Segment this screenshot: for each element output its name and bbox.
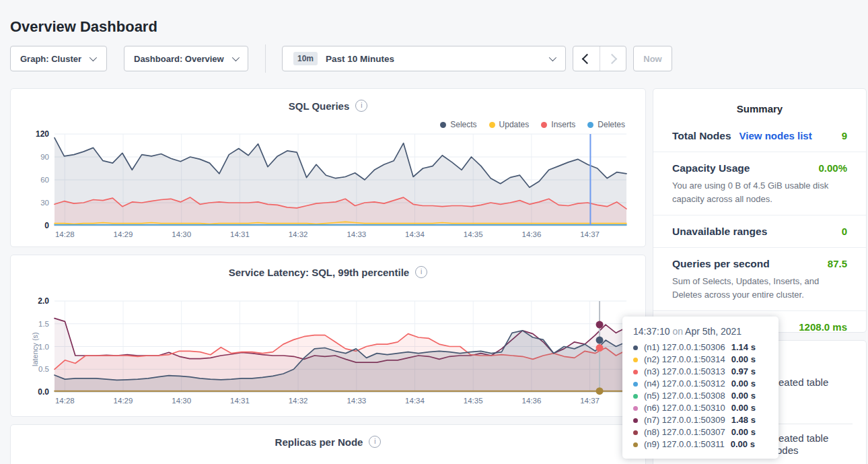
x-axis-tick: 14:32 bbox=[289, 397, 308, 405]
summary-value: 1208.0 ms bbox=[799, 321, 847, 333]
tooltip-on: on bbox=[672, 326, 683, 337]
chart-title: Service Latency: SQL, 99th percentile bbox=[229, 267, 409, 278]
x-axis-tick: 14:37 bbox=[580, 230, 600, 238]
sql-queries-card: SQL Queries i SelectsUpdatesInsertsDelet… bbox=[10, 88, 646, 247]
tooltip-row: (n2) 127.0.0.1:503140.00 s bbox=[633, 354, 769, 366]
tooltip-row: (n8) 127.0.0.1:503070.00 s bbox=[633, 426, 769, 438]
x-axis-tick: 14:33 bbox=[347, 397, 366, 405]
x-axis-tick: 14:33 bbox=[347, 230, 366, 238]
tooltip-row: (n7) 127.0.0.1:503091.48 s bbox=[633, 414, 769, 426]
y-axis-tick: 0.0 bbox=[38, 387, 49, 397]
x-axis-tick: 14:29 bbox=[114, 397, 133, 405]
x-axis-tick: 14:30 bbox=[172, 397, 191, 405]
dashboard-dropdown-label: Dashboard: Overview bbox=[134, 54, 224, 64]
event-text-fragment: eated table bbox=[779, 432, 828, 444]
x-axis-tick: 14:32 bbox=[289, 230, 308, 238]
summary-label: Total Nodes bbox=[672, 130, 731, 142]
chevron-down-icon bbox=[231, 54, 239, 61]
replicas-per-node-card: Replicas per Node i bbox=[10, 424, 646, 464]
now-button-label: Now bbox=[643, 54, 661, 64]
now-button[interactable]: Now bbox=[633, 46, 672, 71]
time-range-badge: 10m bbox=[293, 52, 318, 65]
graph-dropdown-label: Graph: Cluster bbox=[20, 54, 81, 64]
crosshair-dot bbox=[596, 387, 604, 395]
x-axis-tick: 14:31 bbox=[230, 397, 250, 405]
node-color-dot-icon bbox=[633, 406, 638, 411]
x-axis-tick: 14:28 bbox=[55, 230, 75, 238]
node-color-dot-icon bbox=[633, 345, 638, 350]
view-nodes-list-link[interactable]: View nodes list bbox=[739, 130, 812, 141]
tooltip-node-latency: 1.14 s bbox=[731, 341, 756, 354]
node-color-dot-icon bbox=[633, 394, 638, 399]
tooltip-node-latency: 0.00 s bbox=[731, 354, 756, 366]
tooltip-node-address: (n4) 127.0.0.1:50312 bbox=[644, 378, 725, 390]
tooltip-node-latency: 0.00 s bbox=[731, 378, 756, 390]
x-axis-tick: 14:34 bbox=[405, 230, 425, 238]
tooltip-node-latency: 0.00 s bbox=[731, 390, 756, 402]
sql-queries-chart[interactable]: 14:2814:2914:3014:3114:3214:3314:3414:35… bbox=[11, 127, 645, 245]
y-axis-tick: 0 bbox=[44, 221, 49, 230]
x-axis-tick: 14:35 bbox=[464, 230, 483, 238]
node-color-dot-icon bbox=[633, 382, 638, 387]
summary-label: Unavailable ranges bbox=[672, 226, 767, 238]
page-title: Overview Dashboard bbox=[10, 18, 157, 36]
crosshair-dot bbox=[596, 344, 604, 352]
summary-caption: You are using 0 B of 4.5 GiB usable disk… bbox=[672, 179, 847, 205]
x-axis-tick: 14:37 bbox=[580, 397, 600, 405]
chart-title: Replicas per Node bbox=[275, 436, 363, 448]
chart-hover-tooltip: 14:37:10 on Apr 5th, 2021 (n1) 127.0.0.1… bbox=[622, 317, 779, 459]
crosshair-dot bbox=[596, 321, 604, 329]
tooltip-rows: (n1) 127.0.0.1:503061.14 s(n2) 127.0.0.1… bbox=[633, 341, 769, 451]
tooltip-node-latency: 1.48 s bbox=[731, 414, 756, 426]
node-color-dot-icon bbox=[633, 418, 638, 423]
info-icon[interactable]: i bbox=[369, 436, 381, 448]
tooltip-row: (n1) 127.0.0.1:503061.14 s bbox=[633, 341, 769, 354]
tooltip-time: 14:37:10 bbox=[633, 326, 670, 337]
prev-time-button[interactable] bbox=[573, 46, 600, 71]
summary-value: 0.00% bbox=[818, 162, 847, 174]
chart-title: SQL Queries bbox=[289, 100, 350, 112]
service-latency-card: Service Latency: SQL, 99th percentile i … bbox=[10, 255, 646, 417]
next-time-button[interactable] bbox=[600, 46, 626, 71]
summary-label: Queries per second bbox=[672, 258, 770, 270]
x-axis-tick: 14:31 bbox=[230, 230, 250, 238]
summary-panel: Summary Total Nodes View nodes list 9 Ca… bbox=[653, 88, 867, 333]
summary-value: 87.5 bbox=[828, 258, 847, 269]
y-axis-tick: 1.0 bbox=[38, 343, 49, 351]
time-range-picker[interactable]: 10m Past 10 Minutes bbox=[282, 46, 566, 71]
tooltip-date: Apr 5th, 2021 bbox=[685, 326, 742, 337]
tooltip-row: (n4) 127.0.0.1:503120.00 s bbox=[633, 378, 769, 390]
y-axis-tick: 30 bbox=[40, 199, 49, 207]
info-icon[interactable]: i bbox=[415, 266, 427, 278]
x-axis-tick: 14:36 bbox=[522, 230, 542, 238]
tooltip-node-address: (n7) 127.0.0.1:50309 bbox=[644, 414, 725, 426]
time-range-label: Past 10 Minutes bbox=[326, 54, 394, 64]
y-axis-tick: 2.0 bbox=[38, 296, 49, 306]
tooltip-node-address: (n2) 127.0.0.1:50314 bbox=[644, 354, 725, 366]
summary-row-queries-per-second: Queries per second 87.5 Sum of Selects, … bbox=[653, 247, 866, 310]
tooltip-node-latency: 0.97 s bbox=[731, 366, 756, 378]
info-icon[interactable]: i bbox=[355, 100, 367, 112]
x-axis-tick: 14:29 bbox=[114, 230, 133, 238]
summary-row-unavailable-ranges: Unavailable ranges 0 bbox=[653, 215, 866, 247]
graph-dropdown[interactable]: Graph: Cluster bbox=[10, 46, 107, 71]
service-latency-chart[interactable]: 14:2814:2914:3014:3114:3214:3314:3414:35… bbox=[11, 293, 645, 411]
event-text-fragment: eated table bbox=[779, 376, 828, 388]
dashboard-dropdown[interactable]: Dashboard: Overview bbox=[124, 46, 248, 71]
y-axis-tick: 1.5 bbox=[38, 320, 49, 328]
summary-value: 9 bbox=[842, 130, 847, 141]
tooltip-row: (n3) 127.0.0.1:503130.97 s bbox=[633, 366, 769, 378]
summary-row-total-nodes: Total Nodes View nodes list 9 bbox=[653, 120, 866, 152]
tooltip-row: (n5) 127.0.0.1:503080.00 s bbox=[633, 390, 769, 402]
chevron-left-icon bbox=[582, 53, 593, 64]
summary-value: 0 bbox=[842, 226, 847, 237]
tooltip-node-address: (n1) 127.0.0.1:50306 bbox=[644, 341, 725, 354]
x-axis-tick: 14:34 bbox=[405, 397, 425, 405]
chevron-down-icon bbox=[549, 54, 556, 61]
tooltip-node-address: (n3) 127.0.0.1:50313 bbox=[644, 366, 725, 378]
summary-row-capacity-usage: Capacity Usage 0.00% You are using 0 B o… bbox=[653, 152, 866, 215]
x-axis-tick: 14:35 bbox=[464, 397, 483, 405]
summary-label: Capacity Usage bbox=[672, 162, 750, 174]
node-color-dot-icon bbox=[633, 370, 638, 374]
tooltip-node-address: (n9) 127.0.0.1:50311 bbox=[644, 438, 725, 451]
